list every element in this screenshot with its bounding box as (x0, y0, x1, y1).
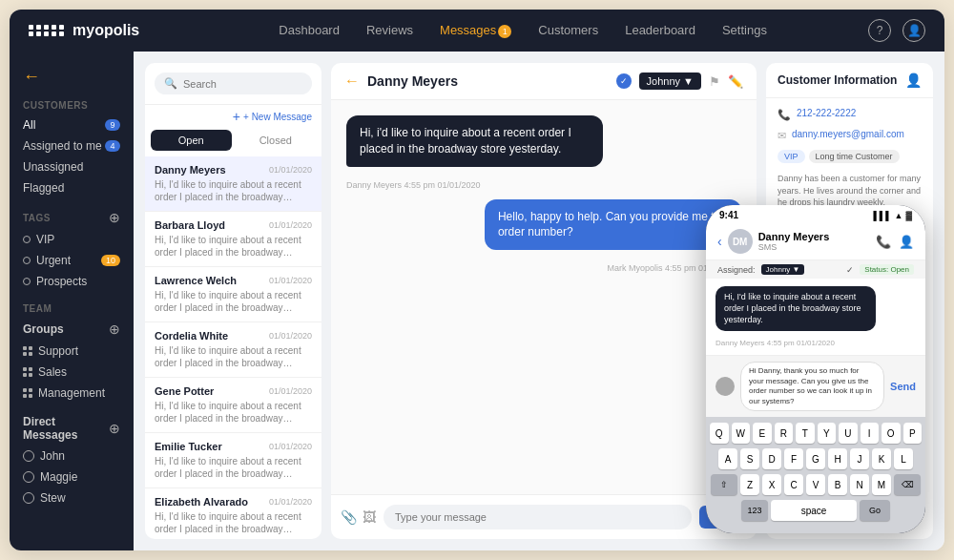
msg-time: 01/01/2020 (269, 165, 312, 175)
key-e[interactable]: E (753, 423, 772, 444)
phone-video-icon[interactable]: 👤 (899, 235, 914, 249)
message-list-item[interactable]: Danny Meyers 01/01/2020 Hi, I'd like to … (145, 156, 321, 212)
new-message-button[interactable]: ++ New Message (145, 105, 321, 124)
image-icon[interactable]: 🖼 (363, 509, 376, 525)
sidebar-tag-vip[interactable]: VIP (10, 229, 134, 250)
key-s[interactable]: S (740, 448, 759, 469)
tags-section-header: Tags ⊕ (10, 206, 134, 229)
key-l[interactable]: L (894, 448, 913, 469)
key-o[interactable]: O (881, 423, 901, 444)
key-j[interactable]: J (850, 448, 869, 469)
key-f[interactable]: F (784, 448, 803, 469)
key-t[interactable]: T (796, 423, 815, 444)
tab-closed[interactable]: Closed (236, 130, 317, 151)
phone-input-field[interactable]: Hi Danny, thank you so much for your mes… (740, 362, 884, 411)
sidebar-dm-stew[interactable]: Stew (10, 487, 134, 508)
message-meta-sent: Mark Myopolis 4:55 pm 01/01/2020 (346, 263, 741, 273)
customer-phone[interactable]: 212-222-2222 (797, 108, 856, 118)
key-k[interactable]: K (872, 448, 891, 469)
key-go[interactable]: Go (860, 500, 890, 521)
dm-title: Direct Messages (23, 415, 109, 442)
search-input[interactable] (183, 78, 302, 90)
message-list-item[interactable]: Cordelia White 01/01/2020 Hi, I'd like t… (145, 322, 321, 378)
chat-input-field[interactable] (384, 505, 692, 529)
sidebar-dm-john[interactable]: John (10, 446, 134, 467)
key-space[interactable]: space (771, 500, 857, 521)
message-bubble-received: Hi, i'd like to inquire about a recent o… (346, 115, 603, 167)
nav-reviews[interactable]: Reviews (366, 23, 413, 38)
key-g[interactable]: G (806, 448, 825, 469)
message-meta-received: Danny Meyers 4:55 pm 01/01/2020 (346, 180, 741, 190)
email-row: ✉ danny.meyers@gmail.com (778, 129, 922, 142)
key-123[interactable]: 123 (741, 500, 768, 521)
phone-back-button[interactable]: ‹ (717, 234, 722, 249)
assign-button[interactable]: Johnny ▼ (639, 73, 701, 90)
key-q[interactable]: Q (710, 423, 729, 444)
phone-call-icon[interactable]: 📞 (876, 235, 891, 249)
key-p[interactable]: P (903, 423, 923, 444)
key-b[interactable]: B (828, 474, 847, 495)
sidebar-back-button[interactable]: ← (10, 63, 134, 96)
nav-dashboard[interactable]: Dashboard (279, 23, 340, 38)
customer-email[interactable]: danny.meyers@gmail.com (792, 129, 904, 139)
message-list-item[interactable]: Lawrence Welch 01/01/2020 Hi, I'd like t… (145, 267, 321, 322)
message-list-item[interactable]: Gene Potter 01/01/2020 Hi, I'd like to i… (145, 378, 321, 433)
phone-contact-info: Danny Meyers SMS (758, 231, 870, 252)
chat-back-button[interactable]: ← (344, 73, 360, 90)
key-d[interactable]: D (762, 448, 781, 469)
keyboard-row-4: 123 space Go (710, 500, 922, 521)
key-n[interactable]: N (850, 474, 869, 495)
tab-open[interactable]: Open (151, 130, 232, 151)
message-list-item[interactable]: Elizabeth Alvarado 01/01/2020 Hi, I'd li… (145, 488, 321, 539)
key-delete[interactable]: ⌫ (894, 474, 921, 495)
keyboard-row-2: A S D F G H J K L (710, 448, 922, 469)
msg-sender: Emilie Tucker (155, 441, 222, 452)
flag-icon[interactable]: ⚑ (709, 74, 720, 89)
dm-add-icon[interactable]: ⊕ (109, 421, 120, 436)
message-list-item[interactable]: Emilie Tucker 01/01/2020 Hi, I'd like to… (145, 433, 321, 488)
chat-panel: ← Danny Meyers ✓ Johnny ▼ ⚑ ✏️ Hi, i'd l… (331, 63, 757, 539)
sidebar-item-unassigned[interactable]: Unassigned (10, 156, 134, 177)
key-w[interactable]: W (732, 423, 751, 444)
key-u[interactable]: U (839, 423, 858, 444)
key-m[interactable]: M (872, 474, 891, 495)
help-button[interactable]: ? (868, 19, 891, 42)
sidebar-item-assigned[interactable]: Assigned to me 4 (10, 135, 134, 156)
sidebar-group-sales[interactable]: Sales (10, 362, 134, 383)
sidebar-group-management[interactable]: Management (10, 383, 134, 404)
attach-icon[interactable]: 📎 (341, 509, 357, 525)
sidebar-dm-maggie[interactable]: Maggie (10, 467, 134, 487)
key-shift[interactable]: ⇧ (711, 474, 737, 495)
user-button[interactable]: 👤 (902, 19, 925, 42)
customer-edit-icon[interactable]: 👤 (905, 73, 922, 88)
phone-messages: Hi, I'd like to inquire about a recent o… (706, 279, 925, 355)
nav-leaderboard[interactable]: Leaderboard (625, 23, 695, 38)
nav-customers[interactable]: Customers (538, 23, 598, 38)
phone-send-button[interactable]: Send (890, 381, 916, 392)
key-i[interactable]: I (861, 423, 880, 444)
sidebar-item-all[interactable]: All 9 (10, 114, 134, 135)
phone-chat-header: ‹ DM Danny Meyers SMS 📞 👤 (706, 223, 925, 260)
key-y[interactable]: Y (818, 423, 837, 444)
key-a[interactable]: A (718, 448, 737, 469)
groups-add-icon[interactable]: ⊕ (109, 321, 120, 337)
sidebar-item-flagged[interactable]: Flagged (10, 177, 134, 198)
email-icon: ✉ (778, 130, 786, 142)
grid-icon-3 (23, 388, 32, 398)
sidebar-tag-urgent[interactable]: Urgent 10 (10, 250, 134, 271)
nav-messages[interactable]: Messages1 (440, 23, 511, 38)
phone-assign-button[interactable]: Johnny ▼ (761, 264, 805, 275)
tags-add-icon[interactable]: ⊕ (109, 210, 120, 225)
message-list-item[interactable]: Barbara Lloyd 01/01/2020 Hi, I'd like to… (145, 212, 321, 267)
key-v[interactable]: V (806, 474, 825, 495)
sidebar-tag-prospects[interactable]: Prospects (10, 271, 134, 292)
key-c[interactable]: C (784, 474, 803, 495)
edit-icon[interactable]: ✏️ (728, 74, 743, 89)
sidebar-group-support[interactable]: Support (10, 341, 134, 362)
key-h[interactable]: H (828, 448, 847, 469)
phone-received-meta: Danny Meyers 4:55 pm 01/01/2020 (716, 339, 916, 347)
key-r[interactable]: R (775, 423, 794, 444)
nav-settings[interactable]: Settings (722, 23, 767, 38)
key-z[interactable]: Z (740, 474, 759, 495)
key-x[interactable]: X (762, 474, 781, 495)
